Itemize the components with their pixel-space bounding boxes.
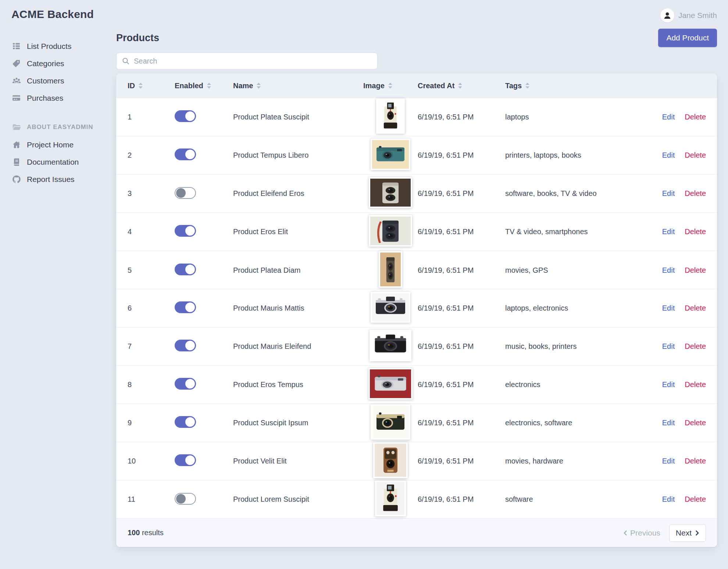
row-name: Product Suscipit Ipsum: [233, 419, 308, 427]
delete-link[interactable]: Delete: [685, 304, 706, 312]
table-row: 8 Product Eros Tempus 6/19/19, 6:51 PM e…: [116, 365, 717, 404]
row-tags: electronics, software: [505, 419, 572, 427]
row-actions-cell: Edit Delete: [662, 304, 706, 312]
enabled-toggle[interactable]: [175, 416, 196, 428]
sidebar-item-label: Categories: [27, 59, 64, 68]
edit-link[interactable]: Edit: [662, 342, 675, 351]
edit-link[interactable]: Edit: [662, 189, 675, 198]
delete-link[interactable]: Delete: [685, 419, 706, 427]
product-image: [370, 330, 411, 361]
row-tags-cell: laptops: [505, 113, 645, 121]
delete-link[interactable]: Delete: [685, 342, 706, 351]
edit-link[interactable]: Edit: [662, 304, 675, 312]
row-id-cell: 11: [128, 495, 175, 504]
enabled-toggle[interactable]: [175, 340, 196, 351]
toggle-knob: [185, 455, 195, 465]
edit-link[interactable]: Edit: [662, 457, 675, 465]
search-input[interactable]: [116, 53, 378, 69]
row-id-cell: 4: [128, 228, 175, 236]
enabled-toggle[interactable]: [175, 110, 196, 122]
sidebar-item-project-home[interactable]: Project Home: [11, 136, 113, 153]
row-tags-cell: printers, laptops, books: [505, 151, 645, 160]
row-created-cell: 6/19/19, 6:51 PM: [418, 380, 505, 389]
next-button[interactable]: Next: [669, 524, 706, 542]
toggle-knob: [185, 417, 195, 427]
enabled-toggle[interactable]: [175, 454, 196, 466]
delete-link[interactable]: Delete: [685, 266, 706, 275]
toggle-knob: [185, 341, 195, 350]
row-image-cell: [375, 480, 406, 518]
sidebar-item-list-products[interactable]: List Products: [11, 37, 113, 55]
row-actions-cell: Edit Delete: [662, 457, 706, 465]
row-enabled-cell: [175, 225, 233, 239]
row-created-at: 6/19/19, 6:51 PM: [418, 380, 474, 389]
column-header-image[interactable]: Image: [363, 82, 418, 90]
table-row: 7 Product Mauris Eleifend 6/19/19, 6:51 …: [116, 327, 717, 365]
row-enabled-cell: [175, 110, 233, 124]
row-tags: movies, hardware: [505, 457, 563, 465]
sidebar-item-customers[interactable]: Customers: [11, 72, 113, 89]
column-header-id[interactable]: ID: [128, 82, 175, 90]
row-created-at: 6/19/19, 6:51 PM: [418, 228, 474, 236]
enabled-toggle[interactable]: [175, 301, 196, 313]
delete-link[interactable]: Delete: [685, 380, 706, 389]
row-actions-cell: Edit Delete: [662, 151, 706, 160]
row-image-cell: [369, 215, 412, 248]
delete-link[interactable]: Delete: [685, 228, 706, 236]
previous-button[interactable]: Previous: [623, 529, 660, 537]
table-footer: 100 results Previous Next: [116, 518, 717, 547]
edit-link[interactable]: Edit: [662, 266, 675, 275]
edit-link[interactable]: Edit: [662, 495, 675, 504]
row-image-cell: [369, 177, 412, 210]
enabled-toggle[interactable]: [175, 225, 196, 237]
user-menu[interactable]: Jane Smith: [116, 8, 717, 23]
enabled-toggle[interactable]: [175, 493, 196, 505]
product-image: [368, 368, 413, 400]
sidebar-item-report-issues[interactable]: Report Issues: [11, 171, 113, 188]
row-tags-cell: music, books, printers: [505, 342, 645, 351]
row-tags: laptops, electronics: [505, 304, 568, 312]
table-row: 3 Product Eleifend Eros 6/19/19, 6:51 PM…: [116, 174, 717, 212]
row-name: Product Platea Diam: [233, 266, 300, 274]
row-tags: printers, laptops, books: [505, 151, 581, 159]
column-header-created-at[interactable]: Created At: [418, 82, 505, 90]
edit-link[interactable]: Edit: [662, 419, 675, 427]
enabled-toggle[interactable]: [175, 187, 196, 199]
delete-link[interactable]: Delete: [685, 457, 706, 465]
row-name-cell: Product Lorem Suscipit: [233, 495, 363, 504]
delete-link[interactable]: Delete: [685, 151, 706, 160]
row-created-cell: 6/19/19, 6:51 PM: [418, 151, 505, 160]
toggle-knob: [176, 188, 186, 198]
enabled-toggle[interactable]: [175, 148, 196, 160]
delete-link[interactable]: Delete: [685, 189, 706, 198]
column-header-name[interactable]: Name: [233, 82, 363, 90]
row-name-cell: Product Mauris Mattis: [233, 304, 363, 312]
row-tags: electronics: [505, 380, 540, 389]
delete-link[interactable]: Delete: [685, 113, 706, 121]
edit-link[interactable]: Edit: [662, 151, 675, 160]
row-id: 1: [128, 113, 132, 121]
brand-logo[interactable]: ACME Backend: [11, 8, 113, 21]
sidebar-item-purchases[interactable]: Purchases: [11, 89, 113, 107]
enabled-toggle[interactable]: [175, 378, 196, 390]
sidebar-item-categories[interactable]: Categories: [11, 55, 113, 72]
column-header-enabled[interactable]: Enabled: [175, 82, 233, 90]
enabled-toggle[interactable]: [175, 264, 196, 275]
sidebar-item-documentation[interactable]: Documentation: [11, 153, 113, 171]
row-tags: music, books, printers: [505, 342, 577, 350]
table-row: 9 Product Suscipit Ipsum 6/19/19, 6:51 P…: [116, 404, 717, 442]
edit-link[interactable]: Edit: [662, 113, 675, 121]
sort-icon: [458, 83, 462, 89]
column-header-tags[interactable]: Tags: [505, 82, 645, 90]
row-actions-cell: Edit Delete: [662, 266, 706, 275]
row-name-cell: Product Mauris Eleifend: [233, 342, 363, 351]
edit-link[interactable]: Edit: [662, 228, 675, 236]
add-product-button[interactable]: Add Product: [658, 29, 717, 47]
row-created-at: 6/19/19, 6:51 PM: [418, 189, 474, 197]
row-name: Product Eleifend Eros: [233, 189, 304, 197]
edit-link[interactable]: Edit: [662, 380, 675, 389]
row-enabled-cell: [175, 148, 233, 162]
product-image: [369, 215, 412, 247]
row-id-cell: 3: [128, 189, 175, 198]
delete-link[interactable]: Delete: [685, 495, 706, 504]
